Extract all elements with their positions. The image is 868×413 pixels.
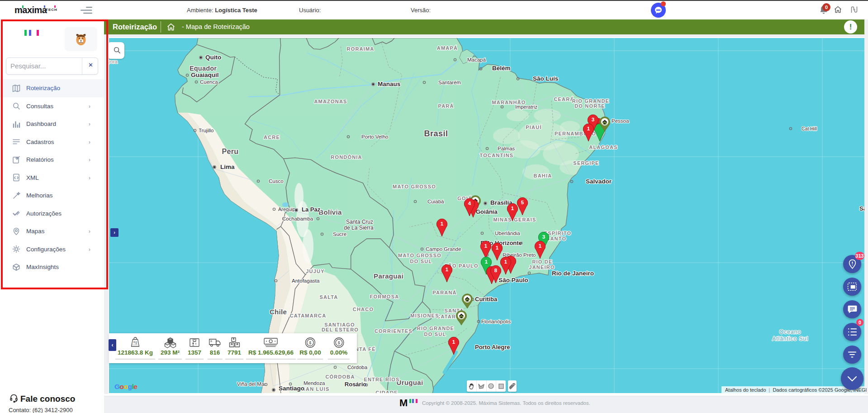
svg-text:Palmas: Palmas	[498, 146, 515, 151]
svg-text:5: 5	[521, 200, 524, 205]
svg-text:Kg: Kg	[133, 341, 137, 344]
svg-text:Uruguai: Uruguai	[397, 379, 423, 386]
svg-text:Santarém: Santarém	[438, 80, 461, 85]
svg-text:Viña del Mar: Viña del Mar	[237, 381, 266, 387]
svg-text:Santiago: Santiago	[279, 385, 304, 392]
svg-text:AMAZONAS: AMAZONAS	[314, 99, 347, 104]
svg-text:yora: yora	[109, 59, 118, 64]
svg-text:ACRE: ACRE	[264, 134, 280, 140]
svg-text:1: 1	[441, 221, 444, 226]
svg-text:Chile: Chile	[270, 308, 287, 316]
svg-text:Curitiba: Curitiba	[475, 296, 498, 303]
svg-text:1: 1	[496, 245, 499, 250]
svg-text:AMAPÁ: AMAPÁ	[437, 45, 458, 51]
svg-text:JUJUY: JUJUY	[306, 269, 324, 274]
svg-text:DEL ESTERO: DEL ESTERO	[322, 327, 359, 332]
svg-text:RIO DE: RIO DE	[532, 259, 552, 264]
svg-text:DO SUL: DO SUL	[424, 331, 446, 337]
svg-text:Campo Grande: Campo Grande	[426, 246, 461, 252]
svg-text:CEARÁ: CEARÁ	[554, 96, 574, 102]
svg-text:MINAS GERAIS: MINAS GERAIS	[493, 217, 536, 222]
svg-text:FORMOSA: FORMOSA	[370, 294, 399, 299]
svg-text:Brasil: Brasil	[424, 129, 448, 138]
svg-text:La Paz: La Paz	[302, 206, 321, 213]
svg-text:Mendoza: Mendoza	[304, 380, 325, 386]
svg-text:1: 1	[484, 243, 488, 249]
svg-text:1: 1	[485, 259, 488, 264]
svg-text:8: 8	[494, 268, 498, 273]
svg-text:Goiânia: Goiânia	[476, 208, 498, 215]
svg-text:PIAUÍ: PIAUÍ	[526, 125, 541, 130]
svg-text:Cat Hill: Cat Hill	[802, 126, 817, 131]
svg-text:RONDÔNIA: RONDÔNIA	[331, 154, 362, 160]
svg-text:ENTRE RÍOS: ENTRE RÍOS	[364, 377, 399, 382]
svg-text:SAN LUIS: SAN LUIS	[302, 386, 330, 392]
svg-text:CHACO: CHACO	[353, 307, 374, 312]
svg-text:MATO GROSSO: MATO GROSSO	[393, 184, 436, 189]
svg-text:São Paulo: São Paulo	[498, 277, 528, 283]
svg-text:PARANÁ: PARANÁ	[432, 290, 456, 295]
svg-text:Macapá: Macapá	[467, 57, 486, 62]
svg-text:CATAMARCA: CATAMARCA	[290, 313, 327, 318]
svg-text:$: $	[337, 341, 340, 345]
svg-text:Antofagasta: Antofagasta	[292, 278, 320, 283]
svg-text:Cochabamba: Cochabamba	[282, 216, 313, 221]
svg-text:Salvador: Salvador	[586, 178, 612, 185]
svg-text:PARÁ: PARÁ	[438, 103, 454, 109]
svg-text:1: 1	[511, 206, 514, 211]
svg-text:Cuiabá: Cuiabá	[427, 199, 444, 204]
svg-text:Rio de Janeiro: Rio de Janeiro	[552, 270, 594, 277]
svg-text:Imperatriz: Imperatriz	[515, 104, 537, 110]
svg-text:Porto Alegre: Porto Alegre	[475, 344, 510, 351]
svg-text:1: 1	[446, 267, 449, 272]
svg-text:ALAGOAS: ALAGOAS	[589, 144, 617, 150]
svg-text:Porto Velho: Porto Velho	[361, 134, 388, 139]
svg-text:Quito: Quito	[205, 54, 221, 61]
svg-text:MISIONES: MISIONES	[410, 313, 439, 318]
svg-text:Peru: Peru	[222, 148, 239, 155]
svg-text:Belém: Belém	[492, 65, 511, 72]
svg-text:SALTA: SALTA	[319, 294, 338, 300]
svg-text:Sucre: Sucre	[333, 231, 346, 237]
svg-text:RORAIMA: RORAIMA	[347, 46, 375, 52]
svg-text:Santa Cruz: Santa Cruz	[346, 219, 373, 225]
svg-text:Paraguai: Paraguai	[374, 272, 403, 280]
svg-text:Equador: Equador	[190, 65, 217, 72]
svg-text:JANEIRO: JANEIRO	[529, 264, 555, 270]
svg-text:Sa: Sa	[859, 205, 864, 212]
svg-text:Cusco: Cusco	[269, 178, 284, 184]
svg-text:$: $	[309, 341, 311, 345]
svg-text:MATO GROSSO: MATO GROSSO	[398, 253, 441, 258]
svg-text:Córdoba: Córdoba	[347, 365, 368, 370]
svg-text:DO NORTE: DO NORTE	[574, 103, 605, 109]
svg-text:Bolívia: Bolívia	[318, 208, 342, 216]
svg-text:4: 4	[468, 201, 471, 206]
svg-text:SANTO: SANTO	[546, 236, 566, 241]
svg-text:Rosário: Rosário	[345, 381, 366, 388]
svg-text:Manaus: Manaus	[378, 81, 400, 87]
svg-text:Uberlândia: Uberlândia	[495, 231, 520, 236]
svg-text:3: 3	[542, 234, 545, 240]
svg-text:1: 1	[452, 339, 455, 345]
svg-text:Lima: Lima	[220, 163, 235, 170]
svg-text:3: 3	[592, 117, 594, 122]
svg-text:CORRIENTES: CORRIENTES	[375, 328, 413, 334]
svg-text:1: 1	[539, 243, 542, 249]
svg-text:RIO GRANDE: RIO GRANDE	[417, 326, 454, 331]
svg-text:1: 1	[587, 126, 590, 131]
svg-text:São Luís: São Luís	[533, 75, 558, 82]
svg-text:TOCANTINS: TOCANTINS	[480, 153, 514, 158]
svg-text:Trujillo: Trujillo	[199, 128, 213, 133]
svg-text:Florianópolis: Florianópolis	[481, 319, 511, 324]
svg-text:SERGIPE: SERGIPE	[573, 160, 599, 166]
svg-text:CÓRDOBA: CÓRDOBA	[325, 374, 355, 379]
svg-text:de La Sierra: de La Sierra	[344, 225, 374, 231]
svg-text:CIDADE: CIDADE	[375, 390, 398, 393]
svg-text:DO SUL: DO SUL	[410, 259, 432, 264]
svg-text:Cuenca: Cuenca	[200, 79, 218, 85]
svg-text:1: 1	[504, 259, 508, 264]
svg-text:BAHIA: BAHIA	[534, 173, 552, 178]
svg-text:Guaiaquil: Guaiaquil	[191, 72, 219, 78]
svg-text:Oceano: Oceano	[779, 329, 801, 335]
svg-text:Atlântico Sul: Atlântico Sul	[772, 336, 808, 342]
